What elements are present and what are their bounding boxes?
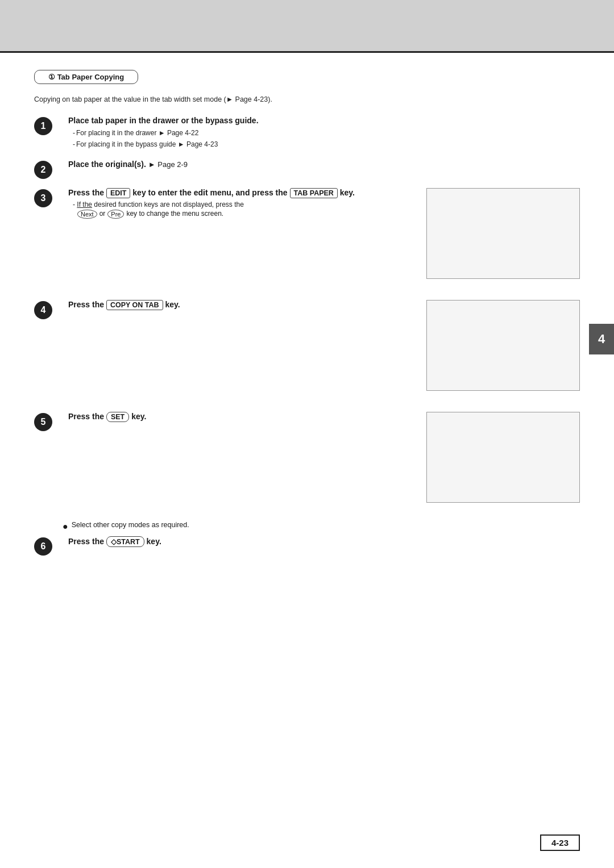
step-6-content: Press the ◇START key.	[63, 536, 580, 549]
step-3-screen-panel	[426, 188, 580, 279]
step-1-sub-1: For placing it in the drawer ► Page 4-22	[73, 127, 569, 139]
step-2-circle: 2	[34, 161, 52, 179]
step-1-sub-2: For placing it in the bypass guide ► Pag…	[73, 139, 569, 150]
step-4-content: Press the COPY ON TAB key.	[63, 300, 415, 312]
step-5-number-col: 5	[34, 412, 63, 431]
step-2-content: Place the original(s). ► Page 2-9	[63, 160, 580, 171]
step-4-row: 4 Press the COPY ON TAB key.	[34, 300, 580, 399]
step-3-note2: Next or Pre key to change the menu scree…	[77, 210, 404, 219]
step-3-title: Press the EDIT key to enter the edit men…	[68, 188, 404, 198]
step-5-row: 5 Press the SET key.	[34, 412, 580, 508]
step-1-number-col: 1	[34, 116, 63, 135]
step-4-left: 4 Press the COPY ON TAB key.	[34, 300, 415, 319]
step-4-circle: 4	[34, 301, 52, 319]
step-3-note: - If the desired function keys are not d…	[73, 201, 404, 208]
step-5-left: 5 Press the SET key.	[34, 412, 415, 431]
bullet-icon: ●	[63, 521, 68, 532]
step-5-screen-panel	[426, 412, 580, 503]
circle-number: ①	[48, 73, 55, 81]
edit-key: EDIT	[106, 188, 130, 198]
step-5-circle: 5	[34, 413, 52, 431]
step-6-row: 6 Press the ◇START key.	[34, 536, 580, 556]
next-button-ref: Next	[77, 210, 97, 219]
step-5-title: Press the SET key.	[68, 412, 404, 422]
step-1-row: 1 Place tab paper in the drawer or the b…	[34, 116, 580, 151]
step-2-title: Place the original(s). ► Page 2-9	[68, 160, 569, 169]
step-3-content: Press the EDIT key to enter the edit men…	[63, 188, 415, 219]
tab-paper-key: TAB PAPER	[290, 188, 338, 198]
set-key: SET	[106, 412, 129, 422]
bullet-note: ● Select other copy modes as required.	[63, 521, 580, 532]
section-title-box: ① Tab Paper Copying	[34, 70, 138, 84]
step-3-left: 3 Press the EDIT key to enter the edit m…	[34, 188, 415, 219]
step-6-circle: 6	[34, 537, 52, 556]
step-3-number-col: 3	[34, 188, 63, 207]
page-number: 4-23	[540, 834, 580, 851]
page-header	[0, 0, 614, 51]
step-2-page-ref: ► Page 2-9	[148, 160, 188, 169]
chapter-side-tab: 4	[589, 324, 614, 354]
pre-button-ref: Pre	[107, 210, 124, 219]
step-6-title: Press the ◇START key.	[68, 536, 569, 547]
step-4-title: Press the COPY ON TAB key.	[68, 300, 404, 310]
step-1-title: Place tab paper in the drawer or the byp…	[68, 116, 569, 125]
step-5-content: Press the SET key.	[63, 412, 415, 424]
copy-on-tab-key: COPY ON TAB	[106, 300, 163, 310]
start-key: ◇START	[106, 536, 144, 547]
step-4-number-col: 4	[34, 300, 63, 319]
step-1-circle: 1	[34, 117, 52, 135]
section-title: Tab Paper Copying	[57, 73, 125, 81]
main-content: ① Tab Paper Copying Copying on tab paper…	[0, 53, 614, 612]
step-4-screen-panel	[426, 300, 580, 391]
step-2-row: 2 Place the original(s). ► Page 2-9	[34, 160, 580, 179]
step-2-number-col: 2	[34, 160, 63, 179]
intro-text: Copying on tab paper at the value in the…	[34, 95, 580, 103]
bullet-text: Select other copy modes as required.	[72, 521, 189, 529]
steps-area: 1 Place tab paper in the drawer or the b…	[34, 116, 580, 556]
step-3-note2-end: key to change the menu screen.	[126, 210, 223, 218]
step-3-row: 3 Press the EDIT key to enter the edit m…	[34, 188, 580, 287]
step-1-content: Place tab paper in the drawer or the byp…	[63, 116, 580, 151]
step-3-circle: 3	[34, 189, 52, 207]
step-6-number-col: 6	[34, 536, 63, 556]
